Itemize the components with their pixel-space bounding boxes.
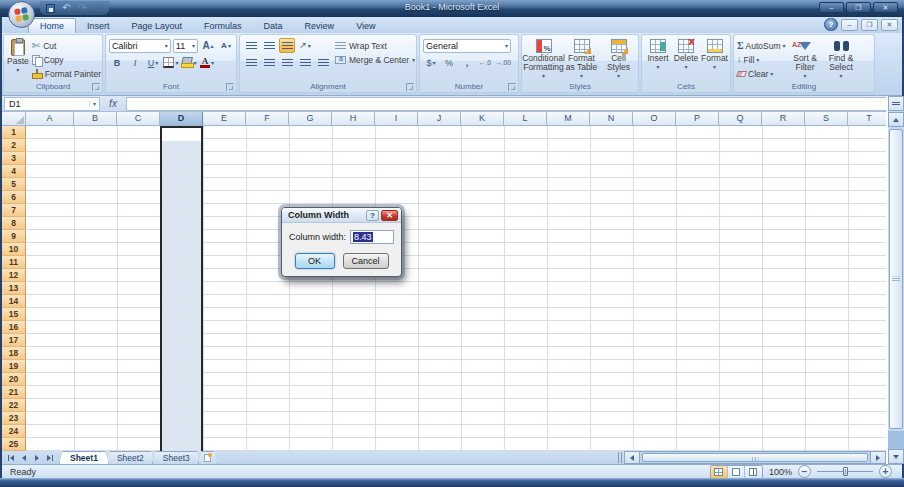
center-button[interactable]	[261, 55, 277, 70]
column-header-D[interactable]: D	[160, 112, 203, 126]
insert-function-button[interactable]: fx	[100, 98, 126, 109]
accounting-format-button[interactable]: $▾	[423, 55, 439, 70]
fill-color-button[interactable]: ▾	[181, 55, 197, 70]
percent-style-button[interactable]: %	[441, 55, 457, 70]
middle-align-button[interactable]	[261, 38, 277, 53]
row-header-18[interactable]: 18	[2, 347, 26, 360]
column-header-O[interactable]: O	[633, 112, 676, 126]
column-header-N[interactable]: N	[590, 112, 633, 126]
row-header-20[interactable]: 20	[2, 373, 26, 386]
sheet-tab-sheet2[interactable]: Sheet2	[106, 451, 155, 464]
minimize-button[interactable]: –	[819, 2, 844, 13]
row-header-4[interactable]: 4	[2, 165, 26, 178]
find-select-button[interactable]: Find & Select▾	[825, 37, 858, 81]
page-break-view-button[interactable]	[745, 466, 762, 478]
column-header-H[interactable]: H	[332, 112, 375, 126]
wrap-text-button[interactable]: Wrap Text	[335, 39, 415, 52]
dialog-help-icon[interactable]: ?	[366, 210, 379, 221]
top-align-button[interactable]	[243, 38, 259, 53]
column-header-G[interactable]: G	[289, 112, 332, 126]
alignment-dialog-launcher[interactable]	[406, 83, 414, 91]
row-header-11[interactable]: 11	[2, 256, 26, 269]
column-header-B[interactable]: B	[74, 112, 117, 126]
row-header-23[interactable]: 23	[2, 412, 26, 425]
underline-button[interactable]: U▾	[145, 55, 161, 70]
horizontal-scrollbar[interactable]	[624, 451, 886, 464]
decrease-decimal-button[interactable]: →.00	[495, 55, 511, 70]
delete-cells-button[interactable]: Delete▾	[673, 37, 699, 81]
grow-font-button[interactable]: A▴	[200, 38, 216, 53]
conditional-formatting-button[interactable]: Conditional Formatting▾	[525, 37, 562, 81]
tab-page-layout[interactable]: Page Layout	[121, 19, 194, 33]
row-header-22[interactable]: 22	[2, 399, 26, 412]
zoom-in-button[interactable]: +	[879, 465, 892, 478]
scroll-left-button[interactable]	[624, 451, 640, 464]
tab-insert[interactable]: Insert	[76, 19, 121, 33]
zoom-level[interactable]: 100%	[769, 467, 792, 477]
number-format-select[interactable]: General▾	[423, 39, 511, 53]
row-header-19[interactable]: 19	[2, 360, 26, 373]
scroll-up-button[interactable]	[888, 112, 904, 127]
column-header-P[interactable]: P	[676, 112, 719, 126]
align-right-button[interactable]	[279, 55, 295, 70]
clipboard-dialog-launcher[interactable]	[92, 83, 100, 91]
dialog-close-icon[interactable]: ✕	[381, 210, 398, 221]
increase-decimal-button[interactable]: ←.0	[477, 55, 493, 70]
column-header-T[interactable]: T	[848, 112, 886, 126]
tab-review[interactable]: Review	[294, 19, 346, 33]
column-header-E[interactable]: E	[203, 112, 246, 126]
align-left-button[interactable]	[243, 55, 259, 70]
font-color-button[interactable]: A▾	[199, 55, 215, 70]
formula-input[interactable]	[126, 97, 886, 111]
workbook-minimize-button[interactable]: –	[841, 19, 858, 31]
first-sheet-button[interactable]	[5, 452, 17, 463]
row-header-25[interactable]: 25	[2, 438, 26, 451]
row-header-8[interactable]: 8	[2, 217, 26, 230]
column-header-K[interactable]: K	[461, 112, 504, 126]
tab-home[interactable]: Home	[28, 18, 76, 33]
font-name-select[interactable]: Calibri▾	[109, 39, 171, 53]
zoom-slider[interactable]	[817, 467, 873, 476]
row-header-1[interactable]: 1	[2, 126, 26, 139]
horizontal-scroll-thumb[interactable]	[642, 453, 868, 462]
format-as-table-button[interactable]: Format as Table▾	[564, 37, 599, 81]
column-width-input[interactable]: 8.43	[350, 230, 394, 244]
shrink-font-button[interactable]: A▾	[218, 38, 234, 53]
column-header-R[interactable]: R	[762, 112, 805, 126]
vertical-scrollbar[interactable]	[888, 96, 904, 464]
format-cells-button[interactable]: Format▾	[701, 37, 728, 81]
increase-indent-button[interactable]	[315, 55, 331, 70]
column-header-S[interactable]: S	[805, 112, 848, 126]
last-sheet-button[interactable]	[44, 452, 56, 463]
zoom-slider-thumb[interactable]	[843, 467, 848, 476]
row-header-24[interactable]: 24	[2, 425, 26, 438]
name-box[interactable]: D1 ▾	[4, 97, 100, 111]
workbook-restore-button[interactable]: ❐	[861, 19, 878, 31]
italic-button[interactable]: I	[127, 55, 143, 70]
workbook-close-button[interactable]: ✕	[881, 19, 898, 31]
row-header-12[interactable]: 12	[2, 269, 26, 282]
tab-splitter[interactable]	[617, 452, 624, 463]
row-header-13[interactable]: 13	[2, 282, 26, 295]
bold-button[interactable]: B	[109, 55, 125, 70]
row-header-5[interactable]: 5	[2, 178, 26, 191]
column-header-C[interactable]: C	[117, 112, 160, 126]
close-button[interactable]: ✕	[873, 2, 898, 13]
insert-worksheet-button[interactable]	[198, 451, 218, 464]
scroll-right-button[interactable]	[870, 451, 886, 464]
row-header-15[interactable]: 15	[2, 308, 26, 321]
sheet-tab-sheet1[interactable]: Sheet1	[59, 451, 109, 464]
format-painter-button[interactable]: Format Painter	[32, 67, 101, 80]
font-dialog-launcher[interactable]	[226, 83, 234, 91]
column-header-L[interactable]: L	[504, 112, 547, 126]
name-box-dropdown-icon[interactable]: ▾	[89, 101, 99, 107]
row-header-3[interactable]: 3	[2, 152, 26, 165]
comma-style-button[interactable]: ,	[459, 55, 475, 70]
copy-button[interactable]: Copy	[32, 53, 101, 66]
expand-formula-bar-button[interactable]	[888, 96, 904, 111]
insert-cells-button[interactable]: Insert▾	[645, 37, 671, 81]
zoom-out-button[interactable]: −	[798, 465, 811, 478]
row-header-9[interactable]: 9	[2, 230, 26, 243]
row-header-2[interactable]: 2	[2, 139, 26, 152]
row-header-7[interactable]: 7	[2, 204, 26, 217]
